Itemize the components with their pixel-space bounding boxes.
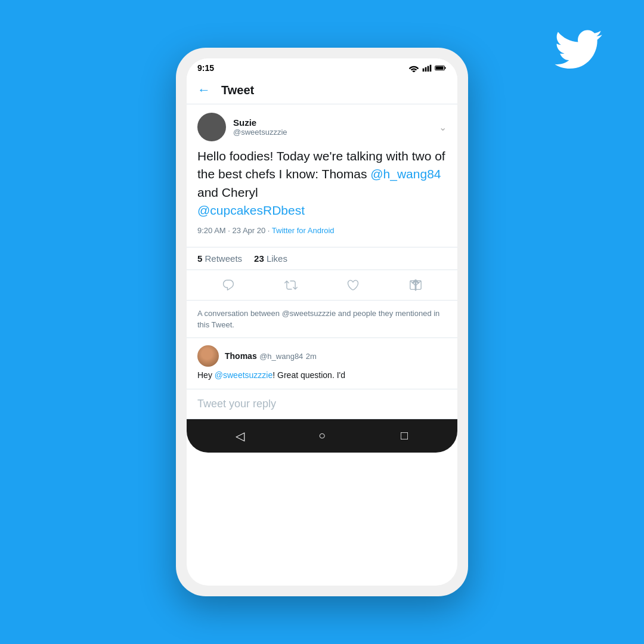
reply-icon bbox=[222, 278, 235, 292]
author-handle: @sweetsuzzzie bbox=[233, 128, 439, 137]
reply-input-area[interactable]: Tweet your reply bbox=[187, 389, 457, 419]
like-count[interactable]: 23 Likes bbox=[254, 253, 287, 264]
svg-rect-2 bbox=[428, 66, 429, 72]
nav-recents-button[interactable]: □ bbox=[392, 426, 416, 445]
status-bar: 9:15 bbox=[187, 58, 457, 76]
svg-rect-3 bbox=[430, 65, 432, 72]
tweet-mention2[interactable]: @cupcakesRDbest bbox=[197, 203, 305, 217]
svg-rect-5 bbox=[444, 67, 445, 69]
author-info: Suzie @sweetsuzzzie bbox=[233, 117, 439, 137]
retweet-icon bbox=[284, 278, 298, 292]
tweet-body: Hello foodies! Today we're talking with … bbox=[197, 147, 447, 220]
action-bar bbox=[187, 270, 457, 301]
reply-avatar[interactable] bbox=[197, 345, 219, 367]
twitter-bird-logo bbox=[555, 30, 602, 69]
tweet-meta: 9:20 AM · 23 Apr 20 · Twitter for Androi… bbox=[197, 226, 447, 235]
heart-icon bbox=[346, 278, 360, 292]
reply-time: 2m bbox=[306, 352, 317, 361]
tweet-container: Suzie @sweetsuzzzie ⌄ Hello foodies! Tod… bbox=[187, 104, 457, 247]
tweet-mention1[interactable]: @h_wang84 bbox=[370, 167, 441, 181]
reply-button[interactable] bbox=[217, 274, 240, 296]
conversation-note-text: A conversation between @sweetsuzzzie and… bbox=[197, 309, 439, 329]
phone-frame: 9:15 bbox=[176, 48, 468, 596]
tweet-source[interactable]: Twitter for Android bbox=[272, 226, 335, 235]
svg-rect-1 bbox=[425, 67, 427, 72]
nav-back-button[interactable]: ◁ bbox=[228, 426, 252, 445]
dm-button[interactable] bbox=[404, 274, 427, 296]
reply-author-row: Thomas @h_wang84 2m bbox=[197, 345, 447, 367]
reply-item: Thomas @h_wang84 2m Hey @sweetsuzzzie! G… bbox=[187, 338, 457, 389]
bottom-nav: ◁ ○ □ bbox=[187, 419, 457, 453]
tweet-timestamp: 9:20 AM · 23 Apr 20 · bbox=[197, 226, 272, 235]
mail-icon bbox=[409, 278, 422, 292]
author-name: Suzie bbox=[233, 117, 439, 128]
tweet-counts: 5 Retweets 23 Likes bbox=[187, 247, 457, 270]
reply-placeholder: Tweet your reply bbox=[197, 398, 276, 410]
chevron-down-icon[interactable]: ⌄ bbox=[439, 122, 447, 133]
reply-text-part1: Hey bbox=[197, 370, 215, 380]
status-time: 9:15 bbox=[197, 63, 214, 73]
svg-rect-6 bbox=[436, 67, 444, 70]
reply-body: Hey @sweetsuzzzie! Great question. I'd bbox=[197, 370, 447, 382]
reply-mention[interactable]: @sweetsuzzzie bbox=[215, 370, 273, 380]
conversation-note: A conversation between @sweetsuzzzie and… bbox=[187, 301, 457, 338]
wifi-icon bbox=[408, 64, 419, 72]
tweet-author-row: Suzie @sweetsuzzzie ⌄ bbox=[197, 113, 447, 141]
tweet-text-part2: and Cheryl bbox=[197, 185, 258, 199]
back-button[interactable]: ← bbox=[197, 82, 210, 98]
reply-text-part2: ! Great question. I'd bbox=[273, 370, 345, 380]
reply-author-name: Thomas bbox=[225, 351, 257, 361]
battery-icon bbox=[435, 64, 447, 72]
nav-home-button[interactable]: ○ bbox=[310, 426, 334, 445]
phone-screen: 9:15 bbox=[187, 58, 457, 586]
page-title: Tweet bbox=[221, 83, 254, 97]
reply-author-info: Thomas @h_wang84 2m bbox=[225, 351, 317, 361]
svg-rect-0 bbox=[423, 69, 425, 72]
signal-icon bbox=[422, 64, 432, 72]
reply-author-handle: @h_wang84 bbox=[259, 352, 303, 361]
retweet-count[interactable]: 5 Retweets bbox=[197, 253, 242, 264]
avatar[interactable] bbox=[197, 113, 226, 141]
app-header: ← Tweet bbox=[187, 76, 457, 104]
status-icons bbox=[408, 64, 447, 72]
retweet-button[interactable] bbox=[280, 274, 302, 296]
like-button[interactable] bbox=[342, 274, 364, 296]
